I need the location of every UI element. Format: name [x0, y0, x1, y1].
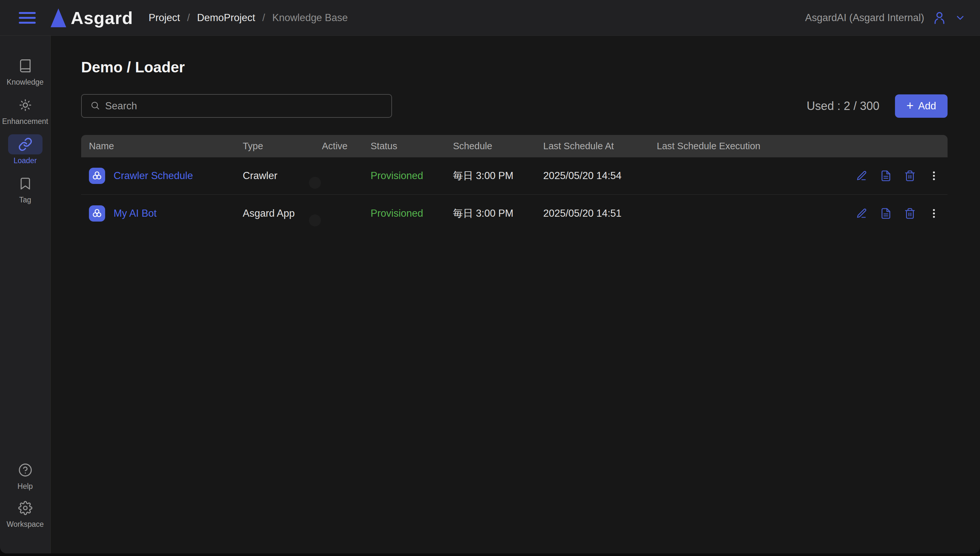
app-window: Asgard Project / DemoProject / Knowledge… [0, 0, 980, 553]
edit-button[interactable] [856, 170, 868, 182]
breadcrumb-separator: / [262, 12, 265, 24]
loader-type-icon [89, 168, 105, 184]
sidebar-item-label: Tag [19, 196, 31, 204]
status-badge: Provisioned [370, 208, 453, 219]
main-content: Demo / Loader Used : 2 / 300 + Add [51, 36, 980, 553]
loader-table: Name Type Active Status Schedule Last Sc… [81, 135, 948, 232]
column-header-name: Name [89, 141, 243, 152]
schedule-value: 毎日 3:00 PM [453, 169, 543, 183]
document-button[interactable] [880, 170, 892, 182]
column-header-active: Active [322, 141, 370, 152]
account-name: AsgardAI (Asgard Internal) [805, 12, 924, 24]
account-menu[interactable]: AsgardAI (Asgard Internal) [805, 10, 966, 25]
plus-icon: + [906, 99, 914, 112]
top-header: Asgard Project / DemoProject / Knowledge… [0, 0, 980, 36]
document-button[interactable] [880, 208, 892, 219]
sidebar-item-knowledge[interactable]: Knowledge [0, 56, 50, 87]
last-schedule-at: 2025/05/20 14:51 [543, 208, 657, 219]
book-icon [18, 56, 32, 76]
row-actions [849, 170, 940, 182]
sidebar-item-label: Loader [14, 156, 37, 165]
breadcrumb-project[interactable]: Project [149, 12, 180, 24]
user-icon [932, 10, 947, 25]
breadcrumb-knowledge-base: Knowledge Base [272, 12, 348, 24]
sidebar-item-label: Knowledge [7, 78, 44, 87]
sidebar-item-loader[interactable]: Loader [0, 134, 50, 165]
brand-logo[interactable]: Asgard [51, 8, 133, 28]
breadcrumb-separator: / [187, 12, 190, 24]
status-badge: Provisioned [370, 170, 453, 182]
sidebar-item-help[interactable]: Help [0, 460, 50, 491]
column-header-last-schedule-at: Last Schedule At [543, 141, 657, 152]
sun-icon [18, 95, 32, 115]
column-header-last-schedule-execution: Last Schedule Execution [657, 141, 849, 152]
add-button-label: Add [919, 100, 936, 112]
search-box[interactable] [81, 94, 392, 118]
triangle-logo-icon [51, 8, 66, 27]
delete-button[interactable] [904, 170, 916, 182]
usage-counter: Used : 2 / 300 [807, 99, 880, 113]
search-input[interactable] [105, 100, 383, 112]
column-header-schedule: Schedule [453, 141, 543, 152]
hamburger-menu-icon[interactable] [19, 11, 36, 24]
link-icon [8, 134, 42, 154]
loader-type-icon [89, 205, 105, 221]
row-actions [849, 208, 940, 219]
sidebar-item-label: Help [18, 482, 33, 491]
sidebar-footer: Help Workspace [0, 460, 50, 536]
gear-icon [18, 498, 32, 518]
breadcrumb-demoproject[interactable]: DemoProject [197, 12, 255, 24]
table-row: Crawler Schedule Crawler Provisioned 毎日 … [81, 157, 948, 195]
schedule-value: 毎日 3:00 PM [453, 207, 543, 220]
last-schedule-at: 2025/05/20 14:54 [543, 170, 657, 182]
loader-name-link[interactable]: Crawler Schedule [113, 170, 193, 182]
table-header-row: Name Type Active Status Schedule Last Sc… [81, 135, 948, 157]
search-icon [90, 100, 100, 112]
table-row: My AI Bot Asgard App Provisioned 毎日 3:00… [81, 195, 948, 232]
edit-button[interactable] [856, 208, 868, 219]
bookmark-icon [18, 173, 32, 194]
sidebar-item-workspace[interactable]: Workspace [0, 498, 50, 529]
sidebar-item-tag[interactable]: Tag [0, 173, 50, 204]
breadcrumb: Project / DemoProject / Knowledge Base [149, 12, 348, 24]
delete-button[interactable] [904, 208, 916, 219]
sidebar: Knowledge Enhancement [0, 36, 51, 553]
toolbar: Used : 2 / 300 + Add [81, 94, 948, 118]
page-title: Demo / Loader [81, 58, 948, 76]
loader-name-link[interactable]: My AI Bot [113, 208, 157, 219]
more-options-button[interactable] [928, 208, 940, 219]
more-options-button[interactable] [928, 170, 940, 182]
sidebar-item-enhancement[interactable]: Enhancement [0, 95, 50, 126]
add-button[interactable]: + Add [895, 94, 948, 118]
sidebar-item-label: Enhancement [2, 117, 49, 126]
column-header-type: Type [243, 141, 322, 152]
sidebar-item-label: Workspace [6, 520, 44, 529]
column-header-status: Status [370, 141, 453, 152]
help-circle-icon [18, 460, 32, 480]
brand-name: Asgard [71, 8, 133, 28]
chevron-down-icon [955, 12, 966, 23]
